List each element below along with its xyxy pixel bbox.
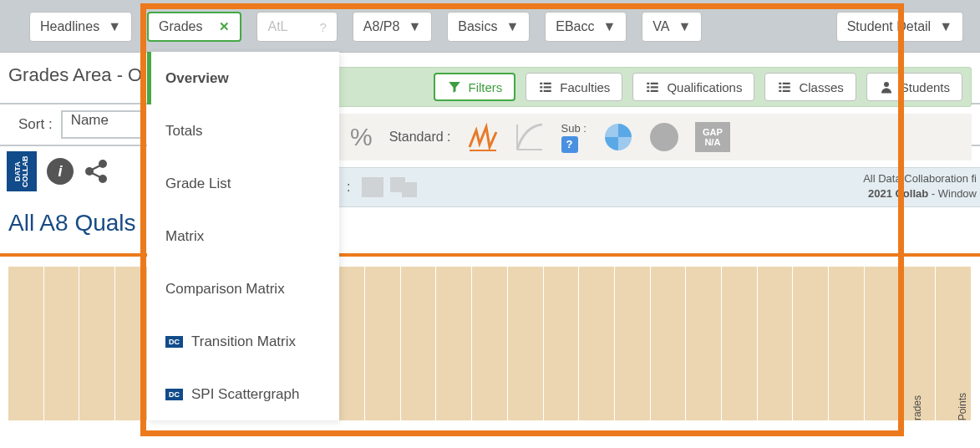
item-label: Overview xyxy=(165,70,229,87)
svg-rect-9 xyxy=(541,90,543,92)
button-label: Filters xyxy=(469,80,503,94)
dc-badge-icon: DC xyxy=(165,389,183,400)
svg-rect-22 xyxy=(783,90,790,92)
tab-label: Grades xyxy=(159,19,202,34)
svg-rect-19 xyxy=(779,86,782,88)
dropdown-item-transition-matrix[interactable]: DC Transition Matrix xyxy=(147,315,339,368)
tab-label: Basics xyxy=(458,19,497,34)
help-icon: ? xyxy=(319,20,326,34)
sort-value: Name xyxy=(71,112,109,128)
tab-label: A8/P8 xyxy=(363,19,400,34)
button-label: Classes xyxy=(799,80,843,94)
dataset-info: All Data Collaboration fi 2021 Collab - … xyxy=(863,171,980,201)
qualifications-button[interactable]: Qualifications xyxy=(632,73,754,101)
main-tab-bar: Headlines ▼ Grades ✕ AtL ? A8/P8 ▼ Basic… xyxy=(0,0,980,53)
gap-button[interactable]: GAP N/A xyxy=(695,122,730,152)
list-icon xyxy=(777,79,792,94)
dropdown-item-grade-list[interactable]: Grade List xyxy=(147,157,339,210)
item-label: Grade List xyxy=(165,176,231,192)
item-label: Totals xyxy=(165,123,202,140)
line-chart-icon[interactable] xyxy=(468,122,498,152)
item-label: SPI Scattergraph xyxy=(191,386,299,403)
tab-label: EBacc xyxy=(556,19,594,34)
button-label: Faculties xyxy=(560,80,610,94)
sort-select[interactable]: Name xyxy=(61,110,144,139)
svg-line-4 xyxy=(92,173,100,177)
gap-label-2: N/A xyxy=(704,137,720,147)
svg-rect-20 xyxy=(783,86,790,88)
chevron-down-icon: ▼ xyxy=(505,19,519,34)
svg-rect-14 xyxy=(651,86,658,88)
svg-rect-6 xyxy=(544,83,551,84)
compare-slot-1[interactable] xyxy=(362,177,383,197)
dropdown-item-spi-scattergraph[interactable]: DC SPI Scattergraph xyxy=(147,368,339,420)
classes-button[interactable]: Classes xyxy=(764,73,856,101)
data-collab-badge[interactable]: DATA COLLAB xyxy=(7,151,37,191)
tab-a8p8[interactable]: A8/P8 ▼ xyxy=(353,12,432,42)
item-label: Transition Matrix xyxy=(191,333,296,350)
percent-icon[interactable]: % xyxy=(350,123,373,151)
svg-rect-7 xyxy=(541,86,543,88)
dropdown-item-matrix[interactable]: Matrix xyxy=(147,210,339,262)
grades-dropdown: Overview Totals Grade List Matrix Compar… xyxy=(147,52,339,420)
tab-basics[interactable]: Basics ▼ xyxy=(447,12,530,42)
curve-chart-icon[interactable] xyxy=(515,122,545,152)
dropdown-item-totals[interactable]: Totals xyxy=(147,104,339,157)
chevron-down-icon: ▼ xyxy=(108,19,121,34)
dc-badge-icon: DC xyxy=(165,336,183,348)
dropdown-item-overview[interactable]: Overview xyxy=(147,52,339,104)
dataset-info-suffix: - Window xyxy=(928,187,977,200)
dataset-info-line1: All Data Collaboration fi xyxy=(863,171,977,186)
chevron-down-icon: ▼ xyxy=(408,19,421,34)
svg-rect-5 xyxy=(541,83,543,84)
button-label: Students xyxy=(901,80,950,94)
button-label: Qualifications xyxy=(667,80,742,94)
filter-icon xyxy=(447,79,462,94)
svg-point-23 xyxy=(884,82,889,87)
chevron-down-icon: ▼ xyxy=(602,19,616,34)
chevron-down-icon: ▼ xyxy=(678,19,691,34)
axis-label-grades: rades xyxy=(911,395,923,420)
svg-rect-13 xyxy=(647,86,650,88)
svg-rect-12 xyxy=(651,83,658,84)
tab-ebacc[interactable]: EBacc ▼ xyxy=(545,12,627,42)
gap-label-1: GAP xyxy=(703,127,723,137)
tab-headlines[interactable]: Headlines ▼ xyxy=(29,12,132,42)
sort-label: Sort : xyxy=(18,116,53,133)
sub-block: Sub : ? xyxy=(561,122,586,153)
colon-label: : xyxy=(347,180,350,195)
dataset-info-name: 2021 Collab xyxy=(868,187,928,200)
item-label: Matrix xyxy=(165,228,204,245)
sub-label: Sub : xyxy=(561,122,586,135)
circle-icon[interactable] xyxy=(650,123,678,151)
tab-label: Student Detail xyxy=(847,19,932,34)
close-icon[interactable]: ✕ xyxy=(219,19,230,34)
svg-rect-10 xyxy=(544,90,551,92)
help-icon[interactable]: ? xyxy=(561,136,578,153)
tab-label: AtL xyxy=(267,19,287,34)
item-label: Comparison Matrix xyxy=(165,281,285,298)
faculties-button[interactable]: Faculties xyxy=(526,73,622,101)
info-icon[interactable]: i xyxy=(47,158,74,185)
svg-rect-17 xyxy=(779,83,782,84)
svg-rect-8 xyxy=(544,86,551,88)
chart-toolbar: % Standard : Sub : ? GAP N/A xyxy=(338,114,972,160)
tab-label: Headlines xyxy=(40,19,99,34)
students-button[interactable]: Students xyxy=(866,73,962,101)
svg-rect-21 xyxy=(779,90,782,92)
svg-rect-16 xyxy=(651,90,658,92)
tab-student-detail[interactable]: Student Detail ▼ xyxy=(836,12,963,42)
chevron-down-icon: ▼ xyxy=(939,19,952,34)
tab-label: VA xyxy=(652,19,669,34)
pie-chart-icon[interactable] xyxy=(603,122,633,152)
dropdown-item-comparison-matrix[interactable]: Comparison Matrix xyxy=(147,262,339,315)
tab-va[interactable]: VA ▼ xyxy=(642,12,702,42)
axis-label-points: Points xyxy=(957,393,968,420)
compare-slot-2[interactable] xyxy=(390,177,417,197)
share-icon[interactable] xyxy=(84,158,110,185)
tab-grades[interactable]: Grades ✕ xyxy=(147,12,241,42)
person-icon xyxy=(879,79,894,94)
svg-rect-18 xyxy=(783,83,790,84)
tab-atl[interactable]: AtL ? xyxy=(256,12,337,42)
filters-button[interactable]: Filters xyxy=(434,73,516,101)
